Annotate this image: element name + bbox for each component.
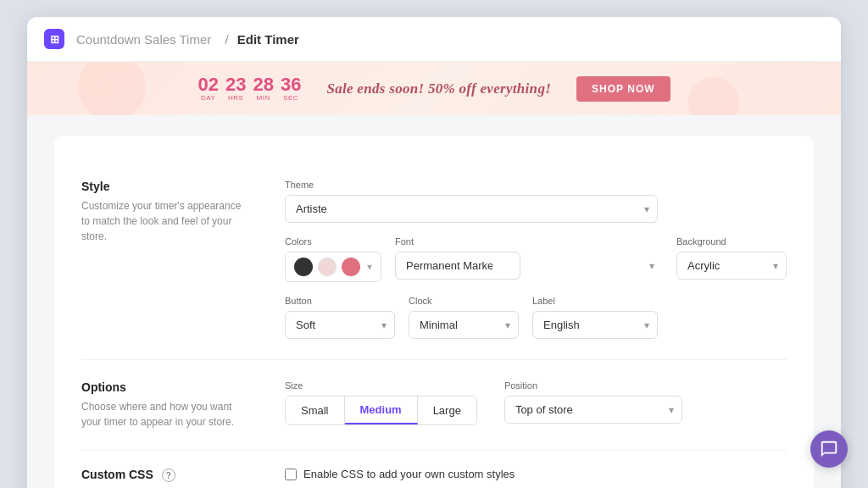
clock-select-wrapper: Minimal Classic Digital Flip: [409, 311, 519, 339]
background-select-wrapper: Acrylic Solid Gradient None: [676, 252, 787, 280]
font-field: Font Permanent Marker Roboto Lato Open S…: [395, 236, 663, 280]
background-select[interactable]: Acrylic Solid Gradient None: [676, 252, 787, 280]
enable-css-label: Enable CSS to add your own custom styles: [303, 468, 515, 480]
options-section: Options Choose where and how you want yo…: [81, 360, 787, 451]
days-value: 02: [198, 75, 218, 94]
chat-icon: [820, 440, 838, 458]
colors-label: Colors: [285, 236, 381, 247]
background-label: Background: [676, 236, 787, 247]
clock-label: Clock: [409, 296, 519, 306]
style-section-left: Style Customize your timer's appearance …: [81, 180, 251, 339]
timer-preview-banner: 02 DAY 23 HRS 28 MIN 36 SEC Sale ends so…: [27, 62, 841, 115]
breadcrumb-separator: /: [225, 32, 228, 47]
colors-font-row: Colors ▾ Font: [285, 236, 787, 282]
banner-sale-text: Sale ends soon! 50% off everything!: [326, 80, 551, 97]
size-small-button[interactable]: Small: [286, 396, 345, 424]
custom-css-left: Custom CSS ?: [81, 468, 251, 487]
button-field: Button Soft Sharp Rounded Ghost: [285, 296, 395, 339]
days-label: DAY: [201, 94, 215, 102]
size-large-button[interactable]: Large: [418, 396, 476, 424]
size-medium-button[interactable]: Medium: [345, 396, 418, 424]
help-icon[interactable]: ?: [162, 469, 175, 482]
timer-minutes: 28 MIN: [253, 75, 273, 102]
app-window: ⊞ Countdown Sales Timer / Edit Timer 02 …: [27, 17, 841, 488]
background-field: Background Acrylic Solid Gradient None: [676, 236, 787, 280]
clock-select[interactable]: Minimal Classic Digital Flip: [409, 311, 519, 339]
color-swatch-light[interactable]: [318, 258, 337, 276]
options-description: Choose where and how you want your timer…: [81, 399, 251, 430]
colors-field: Colors ▾: [285, 236, 381, 282]
label-field: Label English French Spanish German Japa…: [532, 296, 658, 339]
button-select-wrapper: Soft Sharp Rounded Ghost: [285, 311, 395, 339]
theme-select[interactable]: Artiste Modern Classic Minimal: [285, 195, 658, 223]
size-label: Size: [285, 380, 477, 391]
enable-css-checkbox-label[interactable]: Enable CSS to add your own custom styles: [285, 468, 787, 480]
theme-label: Theme: [285, 180, 787, 190]
position-select-wrapper: Top of store Bottom of store Floating: [504, 396, 682, 424]
label-label: Label: [532, 296, 658, 306]
settings-card: Style Customize your timer's appearance …: [54, 136, 814, 488]
options-section-right: Size Small Medium Large Position: [285, 380, 787, 430]
timer-hours: 23 HRS: [225, 75, 246, 102]
size-button-group: Small Medium Large: [285, 396, 477, 425]
button-select[interactable]: Soft Sharp Rounded Ghost: [285, 311, 395, 339]
size-field: Size Small Medium Large: [285, 380, 477, 425]
theme-select-wrapper: Artiste Modern Classic Minimal: [285, 195, 658, 223]
custom-css-title: Custom CSS ?: [81, 468, 251, 482]
timer-seconds: 36 SEC: [281, 75, 301, 102]
header: ⊞ Countdown Sales Timer / Edit Timer: [27, 17, 841, 62]
style-title: Style: [81, 180, 251, 193]
position-field: Position Top of store Bottom of store Fl…: [504, 380, 682, 424]
style-section: Style Customize your timer's appearance …: [81, 159, 787, 360]
theme-field: Theme Artiste Modern Classic Minimal: [285, 180, 787, 223]
seconds-label: SEC: [283, 94, 298, 102]
custom-css-right: Enable CSS to add your own custom styles: [285, 468, 787, 487]
position-select[interactable]: Top of store Bottom of store Floating: [504, 396, 682, 424]
main-content: Style Customize your timer's appearance …: [27, 115, 841, 488]
minutes-label: MIN: [257, 94, 270, 102]
chat-support-button[interactable]: [810, 430, 848, 468]
minutes-value: 28: [253, 75, 273, 94]
timer-days: 02 DAY: [198, 75, 218, 102]
font-label: Font: [395, 236, 663, 247]
font-select[interactable]: Permanent Marker Roboto Lato Open Sans: [395, 252, 520, 280]
options-section-left: Options Choose where and how you want yo…: [81, 380, 251, 430]
hours-label: HRS: [228, 94, 243, 102]
app-name: Countdown Sales Timer: [76, 32, 211, 47]
options-title: Options: [81, 380, 251, 394]
position-label: Position: [504, 380, 682, 391]
label-select[interactable]: English French Spanish German Japanese: [532, 311, 658, 339]
style-description: Customize your timer's appearance to mat…: [81, 198, 251, 244]
timer-digits: 02 DAY 23 HRS 28 MIN 36 SEC: [198, 75, 301, 102]
page-title: Edit Timer: [237, 32, 299, 47]
button-label: Button: [285, 296, 395, 306]
seconds-value: 36: [281, 75, 301, 94]
colors-dropdown-arrow[interactable]: ▾: [367, 261, 372, 273]
button-clock-label-row: Button Soft Sharp Rounded Ghost: [285, 296, 787, 339]
clock-field: Clock Minimal Classic Digital Flip: [409, 296, 519, 339]
shop-now-button[interactable]: Shop Now: [576, 76, 670, 102]
label-select-wrapper: English French Spanish German Japanese: [532, 311, 658, 339]
color-swatch-pink[interactable]: [342, 258, 360, 276]
size-position-row: Size Small Medium Large Position: [285, 380, 787, 425]
color-swatches-container: ▾: [285, 252, 381, 282]
custom-css-section: Custom CSS ? Enable CSS to add your own …: [81, 451, 787, 487]
breadcrumb: Countdown Sales Timer / Edit Timer: [71, 32, 299, 47]
enable-css-checkbox[interactable]: [285, 469, 297, 480]
app-icon: ⊞: [44, 29, 64, 49]
color-swatch-dark[interactable]: [294, 258, 313, 276]
font-select-wrapper: Permanent Marker Roboto Lato Open Sans: [395, 252, 663, 280]
hours-value: 23: [225, 75, 246, 94]
style-section-right: Theme Artiste Modern Classic Minimal: [285, 180, 787, 339]
